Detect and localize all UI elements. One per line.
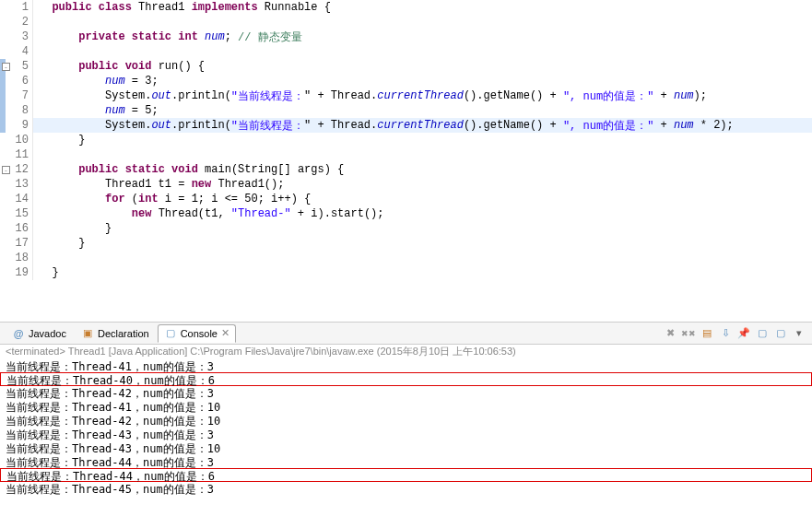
console-line: 当前线程是：Thread-42，num的值是：10 <box>0 414 812 428</box>
view-menu-icon[interactable]: ▾ <box>792 326 806 341</box>
tab-javadoc[interactable]: @ Javadoc <box>6 324 73 343</box>
line-number: 2 <box>0 15 32 29</box>
console-line: 当前线程是：Thread-40，num的值是：6 <box>0 372 812 386</box>
code-editor[interactable]: 12345-6789101112-13141516171819 public c… <box>0 0 812 323</box>
line-number: 5- <box>0 59 32 74</box>
code-line[interactable]: public static void main(String[] args) { <box>33 162 812 177</box>
open-console-icon[interactable]: ▢ <box>773 326 788 341</box>
line-number: 4 <box>0 44 32 59</box>
line-number: 14 <box>0 192 32 206</box>
console-output[interactable]: <terminated> Thread1 [Java Application] … <box>0 345 812 528</box>
fold-toggle-icon[interactable]: - <box>2 166 10 174</box>
code-line[interactable] <box>33 147 812 162</box>
code-line[interactable]: System.out.println("当前线程是：" + Thread.cur… <box>33 88 812 103</box>
code-line[interactable]: public void run() { <box>33 59 812 74</box>
line-number: 9 <box>0 118 32 133</box>
console-line: 当前线程是：Thread-41，num的值是：3 <box>0 359 812 373</box>
code-line[interactable]: System.out.println("当前线程是：" + Thread.cur… <box>33 118 812 133</box>
console-line: 当前线程是：Thread-41，num的值是：10 <box>0 400 812 414</box>
pin-console-icon[interactable]: 📌 <box>736 326 751 341</box>
console-line: 当前线程是：Thread-44，num的值是：3 <box>0 455 812 469</box>
close-icon[interactable]: ✕ <box>221 327 229 339</box>
remove-all-icon[interactable]: ✖✖ <box>681 326 696 341</box>
code-lines[interactable]: public class Thread1 implements Runnable… <box>33 0 812 280</box>
remove-launch-icon[interactable]: ✖ <box>663 326 677 341</box>
code-line[interactable]: num = 5; <box>33 103 812 118</box>
line-number: 12- <box>0 162 32 177</box>
line-number: 6 <box>0 74 32 88</box>
tab-label: Javadoc <box>29 328 66 339</box>
code-line[interactable] <box>33 15 812 29</box>
code-line[interactable] <box>33 44 812 59</box>
line-number-gutter: 12345-6789101112-13141516171819 <box>0 0 33 280</box>
declaration-icon: ▣ <box>81 327 94 340</box>
line-number: 17 <box>0 236 32 251</box>
line-number: 8 <box>0 103 32 118</box>
console-line: 当前线程是：Thread-45，num的值是：3 <box>0 482 812 496</box>
display-selected-icon[interactable]: ▢ <box>755 326 770 341</box>
views-tab-bar: @ Javadoc ▣ Declaration ▢ Console ✕ ✖ ✖✖… <box>0 323 812 345</box>
tab-label: Console <box>181 328 218 339</box>
console-line: 当前线程是：Thread-42，num的值是：3 <box>0 386 812 400</box>
line-number: 13 <box>0 177 32 192</box>
line-number: 7 <box>0 88 32 103</box>
code-line[interactable]: } <box>33 265 812 280</box>
line-number: 18 <box>0 251 32 265</box>
code-line[interactable]: new Thread(t1, "Thread-" + i).start(); <box>33 206 812 221</box>
code-line[interactable]: } <box>33 221 812 236</box>
console-line: 当前线程是：Thread-44，num的值是：6 <box>0 468 812 482</box>
code-line[interactable]: } <box>33 133 812 147</box>
line-number: 11 <box>0 147 32 162</box>
javadoc-icon: @ <box>12 327 25 340</box>
line-number: 15 <box>0 206 32 221</box>
console-line: 当前线程是：Thread-43，num的值是：3 <box>0 428 812 441</box>
console-line: 当前线程是：Thread-43，num的值是：10 <box>0 441 812 455</box>
console-icon: ▢ <box>164 327 177 340</box>
scroll-lock-icon[interactable]: ⇩ <box>718 326 733 341</box>
code-line[interactable]: } <box>33 236 812 251</box>
code-line[interactable]: for (int i = 1; i <= 50; i++) { <box>33 192 812 206</box>
code-line[interactable]: Thread1 t1 = new Thread1(); <box>33 177 812 192</box>
code-line[interactable] <box>33 251 812 265</box>
tab-console[interactable]: ▢ Console ✕ <box>158 324 236 343</box>
code-line[interactable]: public class Thread1 implements Runnable… <box>33 0 812 15</box>
line-number: 19 <box>0 265 32 280</box>
line-number: 3 <box>0 29 32 44</box>
line-number: 16 <box>0 221 32 236</box>
code-line[interactable]: num = 3; <box>33 74 812 88</box>
tab-label: Declaration <box>98 328 149 339</box>
clear-console-icon[interactable]: ▤ <box>700 326 714 341</box>
code-line[interactable]: private static int num; // 静态变量 <box>33 29 812 44</box>
fold-toggle-icon[interactable]: - <box>2 63 10 71</box>
tab-declaration[interactable]: ▣ Declaration <box>75 324 156 343</box>
line-number: 1 <box>0 0 32 15</box>
console-toolbar: ✖ ✖✖ ▤ ⇩ 📌 ▢ ▢ ▾ <box>663 326 806 341</box>
line-number: 10 <box>0 133 32 147</box>
console-process-header: <terminated> Thread1 [Java Application] … <box>0 345 812 359</box>
